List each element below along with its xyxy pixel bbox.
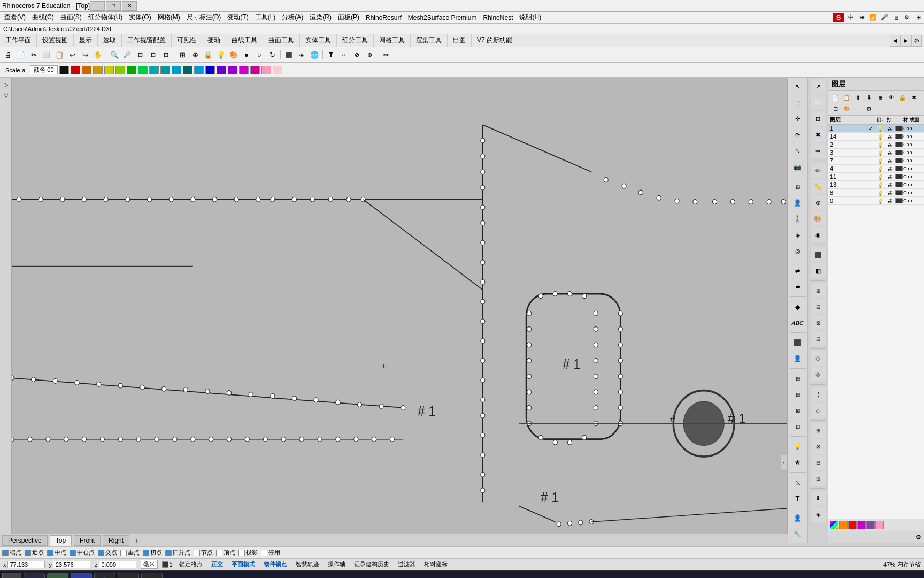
minimize-button[interactable]: — bbox=[90, 1, 105, 11]
tab-solid-tools[interactable]: 实体工具 bbox=[300, 34, 337, 47]
status-relative[interactable]: 相对座标 bbox=[422, 560, 450, 568]
copy-icon[interactable]: ⬜ bbox=[41, 49, 52, 60]
layer-swatch-purple[interactable] bbox=[857, 521, 866, 529]
layer-color-7[interactable] bbox=[895, 158, 903, 163]
task-app3[interactable]: 📁 bbox=[71, 573, 92, 578]
rt2-grid2-icon[interactable]: ⊟ bbox=[811, 299, 826, 314]
color-swatch-orange[interactable] bbox=[82, 66, 91, 74]
menu-help[interactable]: 说明(H) bbox=[516, 12, 544, 23]
layer-print-3[interactable]: 🖨 bbox=[885, 150, 895, 156]
viewport[interactable]: ▷ ▽ bbox=[12, 78, 787, 534]
rt2-net2-icon[interactable]: ⊠ bbox=[811, 439, 826, 454]
status-planar[interactable]: 平面模式 bbox=[229, 560, 257, 568]
menu-mesh2surface[interactable]: Mesh2Surface Premium bbox=[405, 13, 480, 22]
menu-analysis[interactable]: 分析(A) bbox=[279, 12, 306, 23]
layer-color-3[interactable] bbox=[895, 150, 903, 155]
layer-print-7[interactable]: 🖨 bbox=[885, 158, 895, 164]
rt-move-icon[interactable]: ✛ bbox=[790, 111, 805, 126]
close-button[interactable]: ✕ bbox=[122, 1, 137, 11]
menu-rhinonest[interactable]: RhinoNest bbox=[480, 13, 516, 22]
color-swatch-teal[interactable] bbox=[149, 66, 159, 74]
pan-icon[interactable]: ✋ bbox=[92, 49, 104, 60]
rt-grid4-icon[interactable]: ⊠ bbox=[790, 403, 805, 418]
color-swatch-blue2[interactable] bbox=[194, 66, 204, 74]
layer-eye-3[interactable]: 💡 bbox=[875, 150, 885, 156]
snap-icon[interactable]: ⊕ bbox=[189, 49, 201, 60]
rt2-color2-icon[interactable]: ◉ bbox=[811, 227, 826, 242]
layer-swatch-pink[interactable] bbox=[875, 521, 884, 529]
menu-subd[interactable]: 细分物体(U) bbox=[85, 12, 126, 23]
layer-color-11[interactable] bbox=[895, 174, 903, 179]
layer-line-icon[interactable]: — bbox=[852, 103, 863, 114]
layer-eye-2[interactable]: 💡 bbox=[875, 142, 885, 148]
sys-icon-zh[interactable]: 中 bbox=[846, 13, 856, 22]
color-label[interactable]: 颜色 00 bbox=[30, 65, 57, 74]
render-icon[interactable]: 🎨 bbox=[228, 49, 240, 60]
zoom-window-icon[interactable]: ⊟ bbox=[147, 49, 159, 60]
rt-mirror-icon[interactable]: ⇌ bbox=[790, 263, 805, 278]
color-swatch-darkcyan[interactable] bbox=[183, 66, 192, 74]
grid-icon[interactable]: ⊞ bbox=[176, 49, 188, 60]
snap-near-check[interactable] bbox=[25, 550, 31, 556]
color-swatch-green[interactable] bbox=[127, 66, 136, 74]
rt-target-icon[interactable]: ◎ bbox=[790, 244, 805, 258]
menu-curve[interactable]: 曲线(C) bbox=[29, 12, 57, 23]
snap-vertex-check[interactable] bbox=[216, 550, 222, 556]
zoom-selected-icon[interactable]: ⊞ bbox=[160, 49, 172, 60]
rt2-3d2-icon[interactable]: ◧ bbox=[811, 263, 826, 278]
color-swatch-green2[interactable] bbox=[138, 66, 148, 74]
color-swatch-lightpink[interactable] bbox=[273, 66, 282, 74]
layer-row-14[interactable]: 14 💡 🖨 Con bbox=[828, 133, 924, 141]
pencil-icon[interactable]: ✏ bbox=[380, 49, 392, 60]
cut-icon[interactable]: ✂ bbox=[28, 49, 40, 60]
layer-row-0[interactable]: 0 💡 🖨 Con bbox=[828, 197, 924, 205]
color-swatch-cyan[interactable] bbox=[172, 66, 181, 74]
task-app2[interactable]: R bbox=[47, 573, 68, 578]
rt2-down-icon[interactable]: ⬇ bbox=[811, 491, 826, 506]
layer-row-13[interactable]: 13 💡 🖨 Con bbox=[828, 181, 924, 189]
menu-render[interactable]: 渲染(R) bbox=[306, 12, 335, 23]
vp-tab-right[interactable]: Right bbox=[103, 535, 129, 546]
color-swatch-yellow[interactable] bbox=[104, 66, 114, 74]
vp-tab-perspective[interactable]: Perspective bbox=[2, 535, 48, 546]
sys-icon-s[interactable]: S bbox=[833, 13, 844, 22]
rt-person-icon[interactable]: 👤 bbox=[790, 195, 805, 210]
tab-subd-tools[interactable]: 细分工具 bbox=[337, 34, 374, 47]
menu-solid[interactable]: 实体(O) bbox=[126, 12, 154, 23]
menu-surface[interactable]: 曲面(S) bbox=[57, 12, 85, 23]
color-swatch-violet[interactable] bbox=[217, 66, 226, 74]
layer-color-14[interactable] bbox=[895, 134, 903, 139]
rt-abc-icon[interactable]: ABC bbox=[790, 315, 805, 330]
rt-person2-icon[interactable]: 👤 bbox=[790, 351, 805, 366]
vp-tab-top[interactable]: Top bbox=[50, 535, 72, 546]
rt-slope-icon[interactable]: ◺ bbox=[790, 475, 805, 490]
rt-select2-icon[interactable]: ⬚ bbox=[790, 95, 805, 110]
status-lock-grid[interactable]: 锁定格点 bbox=[177, 560, 205, 568]
rt-box3d-icon[interactable]: ⬛ bbox=[790, 335, 805, 350]
panel-settings-icon[interactable]: ⚙ bbox=[913, 533, 923, 542]
color-swatch-purple[interactable] bbox=[228, 66, 237, 74]
snap-intersect-check[interactable] bbox=[98, 550, 104, 556]
color-swatch-teal2[interactable] bbox=[160, 66, 170, 74]
layer-row-2[interactable]: 2 💡 🖨 Con bbox=[828, 141, 924, 149]
toolbar-settings-button[interactable]: ⚙ bbox=[911, 35, 922, 47]
dim-icon[interactable]: ↔ bbox=[338, 49, 350, 60]
rt2-grid-icon[interactable]: ⊞ bbox=[811, 283, 826, 298]
rt-camera-icon[interactable]: 📷 bbox=[790, 159, 805, 174]
history-icon[interactable]: ⊛ bbox=[364, 49, 375, 60]
left-down-icon[interactable]: ▽ bbox=[1, 90, 11, 100]
task-app6[interactable]: 📂 bbox=[141, 573, 163, 578]
color-swatch-magenta[interactable] bbox=[239, 66, 249, 74]
layer-swatch-orange[interactable] bbox=[839, 521, 848, 529]
paste-icon[interactable]: 📋 bbox=[53, 49, 65, 60]
tab-mesh-tools[interactable]: 网格工具 bbox=[374, 34, 411, 47]
layer-row-1[interactable]: 1 ✓ 💡 🖨 Con bbox=[828, 125, 924, 133]
layer-up-icon[interactable]: ⬆ bbox=[852, 92, 863, 103]
rt-rotate3d-icon[interactable]: ⟳ bbox=[790, 127, 805, 142]
rt-mirror2-icon[interactable]: ⇄ bbox=[790, 279, 805, 294]
color-swatch-pink[interactable] bbox=[261, 66, 271, 74]
tab-select[interactable]: 选取 bbox=[98, 34, 122, 47]
menu-transform[interactable]: 变动(T) bbox=[224, 12, 251, 23]
rt2-grid4-icon[interactable]: ⊡ bbox=[811, 331, 826, 346]
lock-icon[interactable]: 🔒 bbox=[202, 49, 214, 60]
